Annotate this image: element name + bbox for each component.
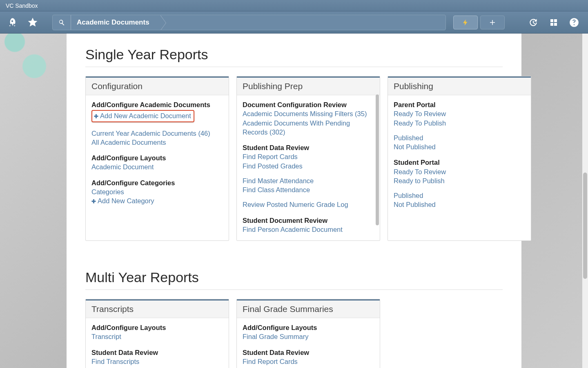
publishing-prep-card: Publishing Prep Document Configuration R… <box>236 76 380 241</box>
parent-not-published-link[interactable]: Not Published <box>394 142 436 151</box>
find-transcripts-link[interactable]: Find Transcripts <box>91 357 139 366</box>
group-student-data-review: Student Data Review <box>243 143 374 152</box>
group-transcript-layouts: Add/Configure Layouts <box>91 323 223 332</box>
card-title-publishing: Publishing <box>388 76 531 95</box>
page-scroll-region[interactable]: Single Year Reports Configuration Add/Co… <box>0 34 588 368</box>
parent-published-link[interactable]: Published <box>394 133 423 142</box>
add-new-category-link[interactable]: Add New Category <box>91 196 154 205</box>
card-title-fgs: Final Grade Summaries <box>237 299 380 318</box>
add-button[interactable] <box>480 16 505 29</box>
docs-pending-records-link[interactable]: Academic Documents With Pending Records … <box>243 119 374 137</box>
divider <box>85 67 503 67</box>
star-icon[interactable] <box>24 14 41 31</box>
group-add-configure-categories: Add/Configure Categories <box>91 178 223 187</box>
transcripts-card: Transcripts Add/Configure Layouts Transc… <box>85 299 229 368</box>
single-year-heading: Single Year Reports <box>85 47 503 63</box>
multi-year-heading: Multi Year Reports <box>85 269 503 285</box>
final-grade-summary-layout-link[interactable]: Final Grade Summary <box>243 332 308 341</box>
apps-grid-icon[interactable] <box>546 14 562 31</box>
page-scrollbar-track <box>582 34 588 368</box>
add-new-academic-document-link[interactable]: Add New Academic Document <box>94 111 191 120</box>
group-student-doc-review: Student Document Review <box>243 216 374 225</box>
page-scrollbar-thumb[interactable] <box>583 173 587 279</box>
docs-missing-filters-link[interactable]: Academic Documents Missing Filters (35) <box>243 109 367 118</box>
breadcrumb-bar: Academic Documents <box>52 15 446 30</box>
current-year-docs-link[interactable]: Current Year Academic Documents (46) <box>91 129 210 138</box>
publishing-card: Publishing Parent Portal Ready To Review… <box>388 76 531 241</box>
app-title: VC Sandbox <box>6 2 38 9</box>
student-ready-to-review-link[interactable]: Ready To Review <box>394 167 446 176</box>
main-toolbar: Academic Documents <box>0 11 588 34</box>
transcript-layout-link[interactable]: Transcript <box>91 332 121 341</box>
card-title-configuration: Configuration <box>86 76 229 95</box>
page-content: Single Year Reports Configuration Add/Co… <box>67 34 521 368</box>
card-title-publishing-prep: Publishing Prep <box>237 76 380 95</box>
help-icon[interactable] <box>566 14 582 31</box>
all-academic-documents-link[interactable]: All Academic Documents <box>91 138 166 147</box>
group-add-configure-docs: Add/Configure Academic Documents <box>91 100 223 109</box>
parent-ready-to-publish-link[interactable]: Ready To Publish <box>394 119 446 128</box>
group-student-portal: Student Portal <box>394 158 525 167</box>
search-icon[interactable] <box>53 15 71 30</box>
history-icon[interactable] <box>525 14 541 31</box>
group-doc-config-review: Document Configuration Review <box>243 100 374 109</box>
group-transcript-data-review: Student Data Review <box>91 348 223 357</box>
breadcrumb-academic-documents[interactable]: Academic Documents <box>71 15 160 30</box>
student-not-published-link[interactable]: Not Published <box>394 200 436 209</box>
card-title-transcripts: Transcripts <box>86 299 229 318</box>
find-report-cards-link[interactable]: Find Report Cards <box>243 152 298 161</box>
categories-link[interactable]: Categories <box>91 187 124 196</box>
group-fgs-data-review: Student Data Review <box>243 348 374 357</box>
student-ready-to-publish-link[interactable]: Ready to Publish <box>394 176 445 185</box>
fgs-find-report-cards-link[interactable]: Find Report Cards <box>243 357 298 366</box>
find-class-attendance-link[interactable]: Find Class Attendance <box>243 185 310 194</box>
final-grade-summaries-card: Final Grade Summaries Add/Configure Layo… <box>236 299 380 368</box>
add-new-academic-document-highlight: Add New Academic Document <box>91 110 194 122</box>
group-fgs-layouts: Add/Configure Layouts <box>243 323 374 332</box>
parent-ready-to-review-link[interactable]: Ready To Review <box>394 109 446 118</box>
configuration-card: Configuration Add/Configure Academic Doc… <box>85 76 229 241</box>
academic-document-layout-link[interactable]: Academic Document <box>91 162 154 171</box>
lightning-button[interactable] <box>453 16 478 29</box>
window-titlebar: VC Sandbox <box>0 0 588 11</box>
student-published-link[interactable]: Published <box>394 191 423 200</box>
group-add-configure-layouts: Add/Configure Layouts <box>91 153 223 162</box>
rocket-icon[interactable] <box>4 14 20 31</box>
review-grade-log-link[interactable]: Review Posted Numeric Grade Log <box>243 200 348 209</box>
find-person-academic-doc-link[interactable]: Find Person Academic Document <box>243 225 343 234</box>
find-posted-grades-link[interactable]: Find Posted Grades <box>243 162 303 171</box>
find-master-attendance-link[interactable]: Find Master Attendance <box>243 176 314 185</box>
group-parent-portal: Parent Portal <box>394 100 525 109</box>
divider <box>85 289 503 290</box>
card-scrollbar[interactable] <box>376 94 379 225</box>
